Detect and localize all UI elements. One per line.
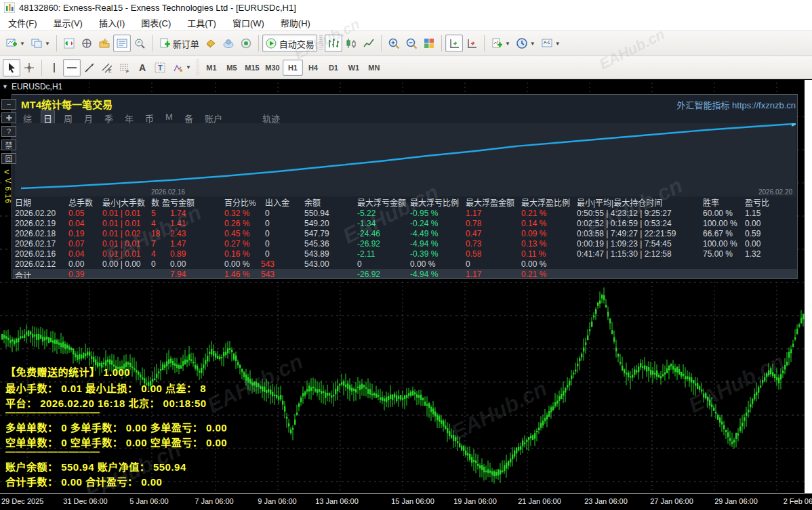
community-button[interactable] [220,35,237,52]
new-chart-button[interactable]: ▼ [3,35,28,52]
table-cell: -0.95 % [410,209,438,218]
svg-text:F: F [126,69,129,74]
object-icon [205,37,217,49]
chart-symbol-label[interactable]: ▼ EURUSDc,H1 [2,82,62,91]
menu-item-3[interactable]: 图表(C) [133,15,179,30]
template-icon [541,37,553,49]
menu-item-1[interactable]: 显示(V) [45,15,91,30]
new-order-button[interactable]: 新订单 [156,35,202,52]
table-cell: 7 [151,239,156,249]
table-cell: 0:02:52 | 0:16:59 | 0:53:24 [577,219,672,228]
bar-chart-button[interactable] [325,35,342,52]
zoom-in-button[interactable] [385,35,403,52]
fibonacci-tool[interactable]: F [116,59,134,77]
mt4-window: 48132860: Exness-Real15 - Exness Technol… [0,0,812,510]
table-cell: 0 [151,259,156,269]
table-cell: 1.74 [170,209,186,218]
table-header: 百分比% [224,196,256,208]
table-cell: 0.78 [466,219,481,228]
linechart-icon [363,37,375,49]
vline-tool[interactable] [45,59,63,77]
menu-item-6[interactable]: 帮助(H) [272,15,319,30]
time-axis-label: 2 Feb 06:00 [784,497,812,505]
table-header: 出入金 [265,196,289,208]
window-button[interactable]: 回 [1,153,16,164]
marketwatch-icon [63,37,75,49]
chart-area[interactable]: ▼ EURUSDc,H1 −✚?禁回<V 6.16 MT4统计每一笔交易 外汇智… [0,80,812,510]
channel-tool[interactable]: E [98,59,116,77]
summary-row-highlight [13,269,798,279]
panel-link[interactable]: 外汇智能指标 https://fxznzb.cn [676,98,796,111]
cross-icon [23,62,35,74]
table-cell: 0.00 [745,239,760,249]
toolbar-grip [196,60,199,76]
timeframe-mn[interactable]: MN [364,60,384,76]
table-cell: 0.59 [745,229,760,238]
candle-chart-button[interactable] [342,35,360,52]
timeframe-m1[interactable]: M1 [201,60,222,76]
profiles-icon [31,37,43,49]
table-cell: 0 [357,259,362,269]
timeframe-m15[interactable]: M15 [242,60,262,76]
menu-item-2[interactable]: 插入(I) [91,15,133,30]
indicators-button[interactable]: ▼ [488,35,513,52]
time-axis-label: 23 Jan 06:00 [584,497,628,505]
disable-button[interactable]: 禁 [1,140,16,150]
overlay-stat-line-1: 最小手数： 0.01 最小止损： 0.00 点差： 8 [5,381,206,395]
timeframe-m30[interactable]: M30 [262,60,283,76]
table-cell: -0.39 % [410,249,438,259]
shapes-icon [171,62,184,74]
time-axis[interactable]: 29 Dec 202531 Dec 06:005 Jan 06:007 Jan … [0,493,812,510]
cursor-tool[interactable] [3,59,20,77]
favorites-button[interactable]: ★ [96,35,113,52]
line-chart-button[interactable] [360,35,378,52]
menu-item-5[interactable]: 窗口(W) [224,15,272,30]
chevron-down-icon: ▼ [45,41,50,47]
table-cell: 4 [151,219,156,228]
bars-icon [327,37,340,49]
shapes-tool[interactable]: ▼ [169,59,194,77]
menu-item-0[interactable]: 文件(F) [0,15,45,30]
profiles-button[interactable]: ▼ [28,35,53,52]
right-scroll-strip[interactable] [805,80,812,493]
help-button[interactable]: ? [1,126,16,137]
tile-windows-button[interactable] [420,35,438,52]
terminal-button[interactable] [113,35,131,52]
market-watch-button[interactable] [60,35,78,52]
navigator-button[interactable] [78,35,96,52]
autotrading-button[interactable]: 自动交易 [262,35,317,52]
zoom-out-button[interactable] [403,35,420,52]
collapse-arrow[interactable]: < [4,167,18,177]
toolbar-separator [56,35,57,51]
hline-tool[interactable] [63,59,81,77]
fibo-icon: F [119,62,131,74]
table-header: 最小|平均|最大持仓时间 [577,196,662,208]
menu-item-4[interactable]: 工具(T) [179,15,224,30]
chart-shift-button[interactable] [463,35,481,52]
timeframe-d1[interactable]: D1 [323,60,344,76]
objects-button[interactable] [202,35,220,52]
timeframe-w1[interactable]: W1 [344,60,364,76]
signals-button[interactable] [237,35,255,52]
time-axis-label: 31 Dec 06:00 [63,497,107,505]
periods-button[interactable]: ▼ [513,35,538,52]
table-cell: -1.34 [357,219,375,228]
trendline-tool[interactable] [81,59,98,77]
strategy-tester-button[interactable] [131,35,148,52]
table-cell: 2026.02.20 [15,209,56,218]
move-panel-button[interactable]: ✚ [1,112,16,123]
timeframe-h1[interactable]: H1 [283,60,303,76]
minimize-panel-button[interactable]: − [1,99,16,110]
timeframe-h4[interactable]: H4 [303,60,323,76]
shift-icon [466,37,478,49]
table-cell: 1.41 [170,219,186,228]
label-tool[interactable]: T [151,59,169,77]
text-tool[interactable]: A [134,59,151,77]
auto-scroll-button[interactable] [445,35,463,52]
templates-button[interactable]: ▼ [538,35,563,52]
table-cell: 0.14 % [521,219,546,228]
timeframe-m5[interactable]: M5 [222,60,242,76]
table-cell: 0.00 % [521,259,546,269]
overlay-stat-line-6: ————————— [5,446,100,457]
crosshair-tool[interactable] [20,59,38,77]
